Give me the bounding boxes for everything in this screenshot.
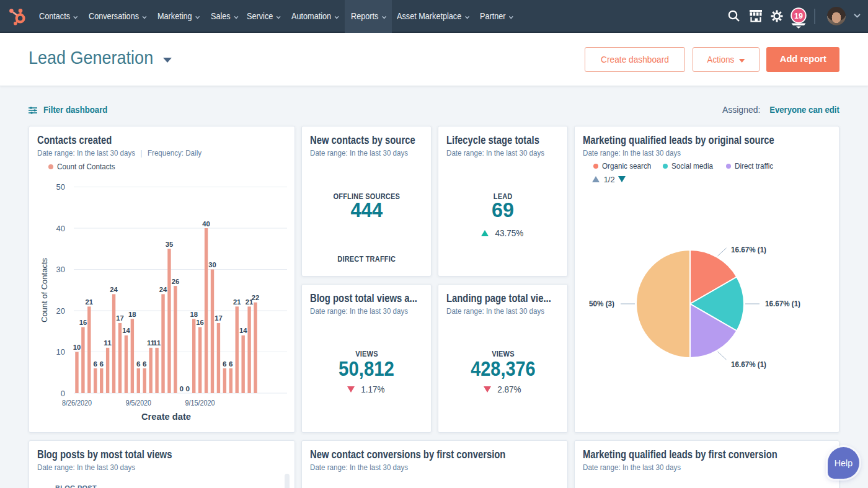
svg-text:19: 19 — [794, 12, 803, 20]
svg-text:50% (3): 50% (3) — [589, 299, 614, 308]
svg-text:26: 26 — [172, 278, 180, 285]
svg-text:40: 40 — [202, 220, 210, 228]
svg-text:11: 11 — [153, 339, 161, 347]
svg-text:11: 11 — [104, 339, 112, 347]
svg-text:8/26/2020: 8/26/2020 — [62, 398, 92, 407]
svg-text:Create date: Create date — [141, 412, 191, 422]
svg-text:6: 6 — [99, 360, 104, 368]
svg-text:10: 10 — [73, 344, 81, 351]
svg-text:18: 18 — [190, 311, 198, 318]
svg-text:9/15/2020: 9/15/2020 — [185, 398, 215, 407]
svg-text:16.67% (1): 16.67% (1) — [731, 245, 766, 254]
svg-text:9/5/2020: 9/5/2020 — [126, 398, 151, 407]
svg-text:30: 30 — [56, 265, 65, 274]
svg-text:0: 0 — [61, 389, 65, 398]
svg-text:17: 17 — [116, 314, 124, 322]
svg-text:18: 18 — [128, 311, 136, 318]
svg-text:6: 6 — [229, 360, 233, 368]
svg-text:14: 14 — [122, 327, 130, 334]
svg-text:0: 0 — [180, 385, 184, 393]
svg-text:50: 50 — [56, 182, 65, 192]
svg-text:20: 20 — [56, 306, 65, 316]
svg-text:6: 6 — [94, 360, 98, 368]
svg-text:22: 22 — [252, 294, 260, 301]
svg-text:6: 6 — [143, 360, 147, 368]
svg-text:16.67% (1): 16.67% (1) — [765, 299, 800, 308]
svg-text:17: 17 — [215, 314, 223, 322]
svg-text:16: 16 — [196, 319, 204, 326]
svg-text:16.67% (1): 16.67% (1) — [731, 360, 766, 369]
svg-text:0: 0 — [186, 385, 190, 393]
svg-text:21: 21 — [233, 298, 241, 306]
svg-text:14: 14 — [239, 327, 247, 334]
svg-text:30: 30 — [208, 261, 216, 268]
svg-text:21: 21 — [86, 298, 94, 306]
svg-text:6: 6 — [223, 360, 227, 368]
svg-text:35: 35 — [166, 241, 174, 248]
svg-text:6: 6 — [136, 360, 141, 368]
svg-text:24: 24 — [110, 286, 118, 293]
svg-text:24: 24 — [159, 286, 167, 293]
svg-text:40: 40 — [56, 224, 65, 233]
svg-text:16: 16 — [79, 319, 87, 326]
svg-text:Count of Contacts: Count of Contacts — [40, 258, 49, 322]
svg-text:10: 10 — [56, 347, 65, 357]
